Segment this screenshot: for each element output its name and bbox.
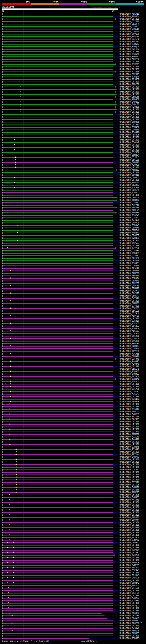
hit-row[interactable]: UniRef100_A6RU23 (0, 169, 146, 171)
hit-bar[interactable] (2, 321, 113, 322)
hit-label[interactable]: UniRef100_C5P6X9 (120, 226, 139, 229)
hit-bar[interactable] (2, 610, 113, 611)
hit-label[interactable]: UniRef100_B0XNQ6 (120, 375, 139, 378)
hit-row[interactable]: UniRef100_UPI000.. (0, 66, 146, 68)
hit-row[interactable]: UniRef100_A7SRG2 (0, 78, 146, 81)
hit-row[interactable]: UniRef100_UPI000.. (0, 136, 146, 139)
hit-bar[interactable] (2, 356, 113, 357)
hit-bar[interactable] (2, 517, 113, 518)
hit-bar[interactable] (2, 374, 113, 374)
hit-bar[interactable] (2, 205, 113, 206)
hit-label[interactable]: UniRef100_UPI000.. (120, 579, 142, 582)
hit-row[interactable]: UniRef100_P28288 (0, 106, 146, 108)
hit-label[interactable]: UniRef100_Q5BGA4 (120, 348, 139, 350)
hit-bar[interactable] (2, 157, 113, 158)
hit-label[interactable]: UniRef100_C5FFR4 (120, 250, 139, 252)
hit-label[interactable]: UniRef100_C1N0A0 (120, 378, 139, 380)
hit-label[interactable]: UniRef100_UPI000.. (120, 108, 142, 111)
hit-bar[interactable] (2, 520, 113, 520)
hit-label[interactable]: UniRef100_A0D4C2 (120, 98, 139, 101)
hit-bar[interactable] (2, 218, 113, 218)
hit-row[interactable]: UniRef100_Q2HD77 (0, 287, 146, 290)
hit-bar[interactable] (24, 457, 113, 457)
hit-row[interactable]: UniRef100_B6H4Y8 (0, 212, 146, 214)
hit-label[interactable]: UniRef100_B4JLP6 (120, 38, 139, 40)
hit-bar[interactable] (2, 225, 113, 226)
hit-label[interactable]: UniRef100_Q9DBZ6 (120, 121, 139, 123)
hit-row[interactable]: UniRef100_B4DL07 (0, 103, 146, 106)
hit-bar[interactable] (2, 165, 113, 166)
hit-bar[interactable] (2, 396, 113, 397)
hit-label[interactable]: UniRef100_A4I948 (120, 499, 139, 501)
hit-bar[interactable] (2, 626, 113, 626)
hit-row[interactable]: UniRef100_UPI000.. (0, 458, 146, 461)
hit-bar[interactable] (2, 245, 113, 246)
hit-label[interactable]: UniRef100_A8PYC7 (120, 282, 139, 285)
hit-label[interactable]: UniRef100_C5FWF2 (120, 202, 139, 204)
hit-bar[interactable] (2, 636, 113, 636)
hit-row[interactable]: UniRef100_A0D268 (0, 83, 146, 86)
hit-row[interactable]: UniRef100_C1G1X8 (0, 141, 146, 144)
hit-row[interactable]: UniRef100_B0X1Z0 (0, 416, 146, 418)
hit-bar[interactable] (2, 238, 113, 238)
hit-row[interactable]: UniRef100_UPI000.. (0, 18, 146, 20)
hit-row[interactable]: UniRef100_C5FWF2 (0, 202, 146, 204)
hit-bar[interactable] (2, 560, 113, 560)
hit-label[interactable]: UniRef100_UPI000.. (120, 386, 142, 388)
hit-row[interactable]: UniRef100_B4DZ22 (0, 101, 146, 103)
hit-row[interactable]: UniRef100_UPI000.. (0, 111, 146, 113)
hit-label[interactable]: UniRef100_Q94FB9 (120, 592, 139, 594)
hit-label[interactable]: UniRef100_B0XAF4 (120, 23, 139, 25)
hit-row[interactable]: UniRef100_Q7PYR2 (0, 390, 146, 393)
hit-row[interactable]: UniRef100_B4MEH7 (0, 56, 146, 58)
hit-row[interactable]: UniRef100_C1FJW0 (0, 358, 146, 360)
hit-bar[interactable] (2, 389, 113, 390)
hit-row[interactable]: UniRef100_Q91VT3 (0, 124, 146, 126)
hit-label[interactable]: UniRef100_A9T1K4 (120, 453, 139, 456)
hit-bar[interactable] (2, 497, 113, 498)
hit-bar[interactable] (2, 280, 113, 281)
hit-row[interactable]: UniRef100_UPI000.. (0, 50, 146, 53)
hit-label[interactable]: UniRef100_Q3TU16 (120, 481, 139, 484)
hit-label[interactable]: UniRef100_Q18597 (120, 216, 139, 219)
hit-label[interactable]: UniRef100_B4PVY9 (120, 549, 139, 552)
hit-bar[interactable] (2, 187, 113, 188)
hit-row[interactable]: UniRef100_A7R287 (0, 597, 146, 600)
hit-bar[interactable] (2, 288, 113, 289)
hit-label[interactable]: UniRef100_Q0CUL3 (120, 325, 139, 327)
hit-label[interactable]: UniRef100_A9SQQ5 (120, 604, 139, 607)
hit-label[interactable]: UniRef100_A9JRC4 (120, 536, 139, 539)
hit-row[interactable]: UniRef100_UPI000.. (0, 531, 146, 534)
hit-label[interactable]: UniRef100_C7YWB8 (120, 305, 139, 307)
hit-label[interactable]: UniRef100_B6H4Y8 (120, 212, 139, 214)
hit-label[interactable]: UniRef100_P55096 (120, 134, 139, 136)
hit-row[interactable]: UniRef100_UPI000.. (0, 441, 146, 443)
hit-label[interactable]: UniRef100_C1FJW0 (120, 358, 139, 360)
hit-row[interactable]: UniRef100_UPI000.. (0, 559, 146, 562)
hit-row[interactable]: UniRef100_O45730 (0, 388, 146, 390)
hit-bar[interactable] (2, 301, 113, 301)
hit-label[interactable]: UniRef100_UPI000.. (120, 428, 142, 431)
hit-label[interactable]: UniRef100_Q4SDV6 (120, 627, 139, 630)
hit-row[interactable]: UniRef100_A0BK54 (0, 15, 146, 18)
hit-row[interactable]: UniRef100_UPI000.. (0, 423, 146, 426)
hit-bar[interactable] (2, 76, 113, 77)
hit-row[interactable]: UniRef100_B4PYZ9 (0, 36, 146, 38)
hit-label[interactable]: UniRef100_C6HTD9 (120, 196, 139, 199)
hit-label[interactable]: UniRef100_B3RUL2 (120, 380, 139, 383)
hit-bar[interactable] (2, 127, 113, 128)
hit-label[interactable]: UniRef100_B3MQL9 (120, 46, 139, 48)
hit-label[interactable]: UniRef100_A4HLP7 (120, 410, 139, 413)
hit-row[interactable]: UniRef100_Q0ULN9 (0, 209, 146, 212)
hit-row[interactable]: UniRef100_A4I948 (0, 499, 146, 501)
hit-bar[interactable] (2, 616, 105, 616)
hit-row[interactable]: UniRef100_C1N0A0 (0, 378, 146, 380)
hit-row[interactable]: UniRef100_P55096 (0, 134, 146, 136)
hit-row[interactable]: UniRef100_A8PTV9 (0, 315, 146, 317)
hit-row[interactable]: UniRef100_A6RFN0 (0, 206, 146, 209)
hit-label[interactable]: UniRef100_Q2KJ57 (120, 468, 139, 471)
hit-row[interactable]: UniRef100_UPI000.. (0, 171, 146, 174)
hit-label[interactable]: UniRef100_UPI000.. (120, 113, 142, 116)
hit-row[interactable]: UniRef100_C4JNW6 (0, 219, 146, 222)
hit-bar[interactable] (2, 487, 113, 488)
